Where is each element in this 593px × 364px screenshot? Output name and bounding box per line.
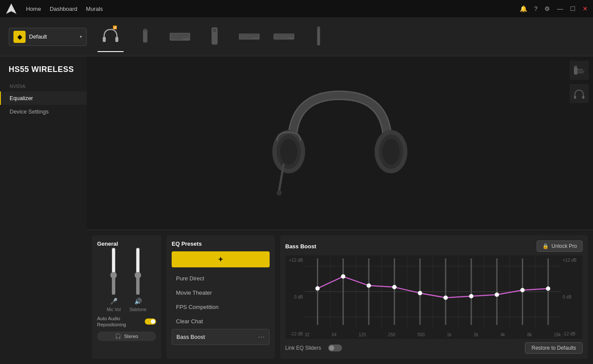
svg-rect-20	[274, 35, 293, 36]
stereo-button[interactable]: 🎧 Stereo	[97, 332, 156, 341]
svg-rect-7	[171, 34, 189, 35]
auto-repositioning-toggle[interactable]	[145, 318, 156, 325]
device-dongle[interactable]	[134, 25, 156, 49]
freq-500: 500	[417, 332, 425, 337]
eq-panel: Bass Boost 🔒 Unlock Pro +12 dB 0 dB -12 …	[280, 235, 588, 359]
right-thumb-1[interactable]	[570, 61, 589, 80]
freq-8k: 8k	[527, 332, 532, 337]
device-keyboard2[interactable]	[238, 25, 260, 49]
svg-rect-24	[318, 27, 319, 29]
nav-dashboard[interactable]: Dashboard	[50, 6, 78, 12]
svg-rect-4	[143, 29, 147, 42]
profile-name: Default	[29, 33, 76, 40]
notification-icon[interactable]: 🔔	[520, 5, 527, 12]
minimize-icon[interactable]: —	[557, 5, 563, 12]
main-layout: HS55 WIRELESS NVIDIA Equalizer Device Se…	[0, 56, 593, 364]
titlebar: Home Dashboard Murals 🔔 ? ⚙ — ☐ ✕	[0, 0, 593, 17]
sidetone-slider[interactable]	[134, 247, 142, 295]
corsair-logo	[5, 3, 17, 15]
auto-repositioning-label: Auto AudioRepositioning	[97, 315, 126, 328]
eq-point-250[interactable]	[392, 285, 397, 289]
lock-icon: 🔒	[542, 243, 549, 249]
eq-bottom-row: Link EQ Sliders Restore to Defaults	[285, 342, 583, 354]
freq-2k: 2k	[474, 332, 479, 337]
svg-rect-2	[103, 37, 106, 42]
eq-panel-header: Bass Boost 🔒 Unlock Pro	[285, 240, 583, 252]
preset-bass-boost-label: Bass Boost	[176, 334, 205, 340]
headset-image	[253, 78, 427, 208]
restore-defaults-button[interactable]: Restore to Defaults	[525, 342, 583, 354]
svg-marker-0	[6, 3, 16, 14]
svg-point-34	[280, 139, 297, 165]
preset-pure-direct[interactable]: Pure Direct	[172, 272, 270, 285]
close-icon[interactable]: ✕	[583, 5, 588, 12]
svg-rect-30	[574, 96, 576, 99]
nav-home[interactable]: Home	[26, 6, 41, 12]
add-preset-button[interactable]: +	[172, 251, 270, 267]
unlock-pro-button[interactable]: 🔒 Unlock Pro	[537, 240, 583, 252]
y-labels-right: +12 dB 0 dB -12 dB	[561, 255, 583, 339]
eq-point-125[interactable]	[367, 283, 371, 288]
svg-rect-14	[240, 34, 259, 35]
device-icons-row: 📶	[100, 25, 584, 49]
stereo-label: Stereo	[124, 334, 138, 339]
mic-vol-label: Mic Vol	[107, 307, 121, 312]
device-title: HS55 WIRELESS	[0, 65, 87, 81]
eq-point-32[interactable]	[316, 286, 320, 291]
mic-vol-slider[interactable]	[109, 247, 118, 295]
eq-svg-graph[interactable]	[305, 255, 561, 328]
y-label-top-right: +12 dB	[563, 258, 581, 263]
svg-rect-3	[115, 37, 118, 42]
device-keyboard1[interactable]	[169, 25, 191, 49]
nav-murals[interactable]: Murals	[86, 6, 103, 12]
svg-rect-15	[240, 35, 259, 36]
svg-point-39	[277, 190, 282, 195]
device-vertical[interactable]	[308, 25, 329, 49]
headphones-icon: 🎧	[115, 333, 121, 339]
link-eq-label: Link EQ Sliders	[285, 345, 321, 351]
eq-presets-panel: EQ Presets + Pure Direct Movie Theater F…	[166, 235, 275, 359]
y-label-bot-left: -12 dB	[287, 332, 303, 336]
eq-point-500[interactable]	[418, 291, 422, 295]
link-eq-toggle[interactable]	[328, 344, 342, 351]
preset-movie-theater[interactable]: Movie Theater	[172, 286, 270, 299]
freq-250: 250	[388, 332, 395, 337]
preset-bass-boost[interactable]: Bass Boost ⋯	[172, 329, 270, 345]
freq-1k: 1k	[447, 332, 452, 337]
y-label-mid-right: 0 dB	[563, 295, 581, 299]
y-labels-left: +12 dB 0 dB -12 dB	[285, 255, 305, 339]
eq-point-1k[interactable]	[443, 296, 448, 300]
chevron-down-icon: ▾	[80, 34, 82, 39]
freq-32: 32	[305, 332, 310, 337]
device-keyboard3[interactable]	[273, 25, 295, 49]
eq-point-2k[interactable]	[469, 294, 473, 299]
eq-point-64[interactable]	[341, 274, 345, 279]
maximize-icon[interactable]: ☐	[570, 5, 576, 12]
svg-rect-22	[274, 38, 288, 39]
eq-point-16k[interactable]	[546, 286, 550, 291]
sidebar-item-device-settings[interactable]: Device Settings	[0, 105, 87, 118]
svg-rect-23	[317, 26, 320, 45]
eq-panel-title: Bass Boost	[285, 243, 316, 250]
profile-selector[interactable]: ◆ Default ▾	[9, 28, 87, 46]
eq-point-4k[interactable]	[495, 292, 499, 297]
auto-repositioning-row: Auto AudioRepositioning	[97, 315, 156, 328]
svg-rect-9	[171, 37, 189, 38]
mic-vol-slider-wrap: 🎤 Mic Vol	[107, 247, 121, 312]
svg-rect-26	[574, 65, 577, 68]
preset-clear-chat[interactable]: Clear Chat	[172, 315, 270, 328]
device-4[interactable]	[204, 25, 225, 49]
svg-rect-25	[574, 67, 577, 75]
preset-fps-competition[interactable]: FPS Competition	[172, 300, 270, 314]
preset-more-icon[interactable]: ⋯	[258, 333, 265, 341]
right-thumb-2[interactable]	[570, 84, 589, 103]
freq-64: 64	[332, 332, 336, 337]
right-thumbnails	[570, 61, 589, 103]
settings-icon[interactable]: ⚙	[544, 5, 550, 12]
nav-menu: Home Dashboard Murals	[26, 6, 103, 12]
help-icon[interactable]: ?	[534, 5, 538, 12]
device-headset[interactable]: 📶	[100, 25, 121, 49]
eq-point-8k[interactable]	[520, 288, 525, 292]
svg-rect-31	[582, 96, 584, 99]
sidebar-item-equalizer[interactable]: Equalizer	[0, 91, 87, 105]
